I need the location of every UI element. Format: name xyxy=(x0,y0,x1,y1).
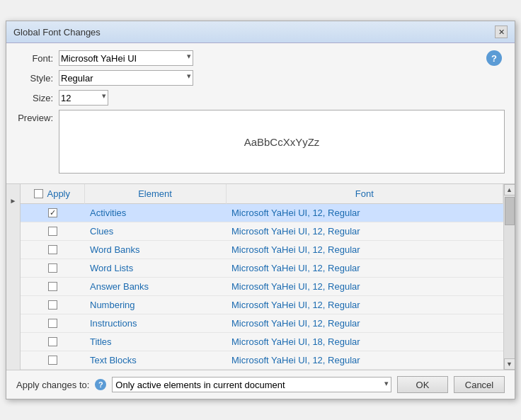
global-font-changes-dialog: Global Font Changes ✕ ? Font: Microsoft … xyxy=(6,21,515,399)
size-row: Size: 891011121416182024 xyxy=(16,90,505,106)
table-section: ► Apply Element xyxy=(6,183,515,370)
preview-label: Preview: xyxy=(16,110,59,123)
bottom-bar: Apply changes to: ? Only active elements… xyxy=(6,370,515,399)
apply-cell xyxy=(21,204,84,222)
row-expand-arrow[interactable]: ► xyxy=(6,184,21,217)
table-row[interactable]: ActivitiesMicrosoft YaHei UI, 12, Regula… xyxy=(21,204,503,222)
apply-cell xyxy=(21,296,84,314)
table-body: ActivitiesMicrosoft YaHei UI, 12, Regula… xyxy=(21,204,503,370)
apply-cell xyxy=(21,314,84,333)
font-cell: Microsoft YaHei UI, 12, Regular xyxy=(226,296,503,314)
col-element-header: Element xyxy=(84,184,226,204)
close-button[interactable]: ✕ xyxy=(495,25,508,38)
font-cell: Microsoft YaHei UI, 12, Regular xyxy=(226,351,503,370)
font-cell: Microsoft YaHei UI, 12, Regular xyxy=(226,259,503,278)
apply-cell xyxy=(21,278,84,296)
style-select[interactable]: RegularBoldItalicBold Italic xyxy=(59,70,193,86)
font-table: Apply Element Font ActivitiesMicrosoft Y… xyxy=(21,184,503,370)
font-cell: Microsoft YaHei UI, 12, Regular xyxy=(226,314,503,333)
element-cell: Word Lists xyxy=(84,259,226,278)
font-cell: Microsoft YaHei UI, 18, Regular xyxy=(226,333,503,351)
size-select-wrapper: 891011121416182024 xyxy=(59,90,108,106)
style-label: Style: xyxy=(16,73,59,84)
scrollbar: ▲ ▼ xyxy=(503,184,515,370)
table-row[interactable]: Text BlocksMicrosoft YaHei UI, 12, Regul… xyxy=(21,351,503,370)
form-area: ? Font: Microsoft YaHei UIArialTimes New… xyxy=(6,43,515,183)
table-row[interactable]: Word ListsMicrosoft YaHei UI, 12, Regula… xyxy=(21,259,503,278)
row-apply-checkbox[interactable] xyxy=(48,300,57,310)
element-cell: Instructions xyxy=(84,314,226,333)
row-apply-checkbox[interactable] xyxy=(48,337,57,346)
preview-text: AaBbCcXxYyZz xyxy=(244,136,320,148)
style-row: Style: RegularBoldItalicBold Italic xyxy=(16,70,505,86)
size-label: Size: xyxy=(16,93,59,103)
help-icon[interactable]: ? xyxy=(486,50,505,66)
scroll-thumb[interactable] xyxy=(505,197,515,225)
table-row[interactable]: TitlesMicrosoft YaHei UI, 18, Regular xyxy=(21,333,503,351)
font-row: Font: Microsoft YaHei UIArialTimes New R… xyxy=(16,50,505,66)
row-apply-checkbox[interactable] xyxy=(48,263,57,273)
col-font-header: Font xyxy=(226,184,503,204)
apply-cell xyxy=(21,259,84,278)
apply-all-checkbox[interactable] xyxy=(34,189,43,198)
apply-header-label: Apply xyxy=(47,188,70,199)
element-cell: Word Banks xyxy=(84,241,226,259)
row-apply-checkbox[interactable] xyxy=(48,282,57,291)
element-cell: Titles xyxy=(84,333,226,351)
cancel-button[interactable]: Cancel xyxy=(454,376,505,393)
table-row[interactable]: Word BanksMicrosoft YaHei UI, 12, Regula… xyxy=(21,241,503,259)
element-cell: Clues xyxy=(84,222,226,241)
table-row[interactable]: CluesMicrosoft YaHei UI, 12, Regular xyxy=(21,222,503,241)
dialog-title: Global Font Changes xyxy=(13,27,101,38)
size-select[interactable]: 891011121416182024 xyxy=(59,90,108,106)
style-select-wrapper: RegularBoldItalicBold Italic xyxy=(59,70,193,86)
scroll-up-button[interactable]: ▲ xyxy=(504,184,515,195)
font-cell: Microsoft YaHei UI, 12, Regular xyxy=(226,278,503,296)
font-cell: Microsoft YaHei UI, 12, Regular xyxy=(226,222,503,241)
apply-help-icon[interactable]: ? xyxy=(95,379,106,390)
scroll-down-button[interactable]: ▼ xyxy=(504,358,515,370)
table-header-row: Apply Element Font xyxy=(21,184,503,204)
row-apply-checkbox[interactable] xyxy=(48,356,57,365)
preview-box: AaBbCcXxYyZz xyxy=(59,110,505,174)
table-row[interactable]: Answer BanksMicrosoft YaHei UI, 12, Regu… xyxy=(21,278,503,296)
title-bar: Global Font Changes ✕ xyxy=(6,21,515,43)
apply-cell xyxy=(21,333,84,351)
row-apply-checkbox[interactable] xyxy=(48,227,57,236)
font-label: Font: xyxy=(16,53,59,64)
apply-changes-label: Apply changes to: xyxy=(16,380,89,390)
col-apply-header: Apply xyxy=(21,184,84,204)
apply-scope-select[interactable]: Only active elements in current document… xyxy=(112,377,391,392)
apply-cell xyxy=(21,351,84,370)
row-apply-checkbox[interactable] xyxy=(48,208,57,217)
ok-button[interactable]: OK xyxy=(397,376,448,393)
font-select[interactable]: Microsoft YaHei UIArialTimes New RomanCa… xyxy=(59,50,193,66)
scroll-track[interactable] xyxy=(504,195,515,358)
apply-cell xyxy=(21,222,84,241)
left-arrow-col: ► xyxy=(6,184,21,370)
font-cell: Microsoft YaHei UI, 12, Regular xyxy=(226,204,503,222)
table-row[interactable]: NumberingMicrosoft YaHei UI, 12, Regular xyxy=(21,296,503,314)
apply-scope-select-wrapper: Only active elements in current document… xyxy=(112,377,391,392)
font-cell: Microsoft YaHei UI, 12, Regular xyxy=(226,241,503,259)
table-row[interactable]: InstructionsMicrosoft YaHei UI, 12, Regu… xyxy=(21,314,503,333)
preview-row: Preview: AaBbCcXxYyZz xyxy=(16,110,505,174)
element-cell: Answer Banks xyxy=(84,278,226,296)
table-container[interactable]: Apply Element Font ActivitiesMicrosoft Y… xyxy=(21,184,503,370)
element-cell: Numbering xyxy=(84,296,226,314)
row-apply-checkbox[interactable] xyxy=(48,319,57,328)
font-select-wrapper: Microsoft YaHei UIArialTimes New RomanCa… xyxy=(59,50,193,66)
apply-cell xyxy=(21,241,84,259)
row-apply-checkbox[interactable] xyxy=(48,245,57,254)
element-cell: Activities xyxy=(84,204,226,222)
element-cell: Text Blocks xyxy=(84,351,226,370)
